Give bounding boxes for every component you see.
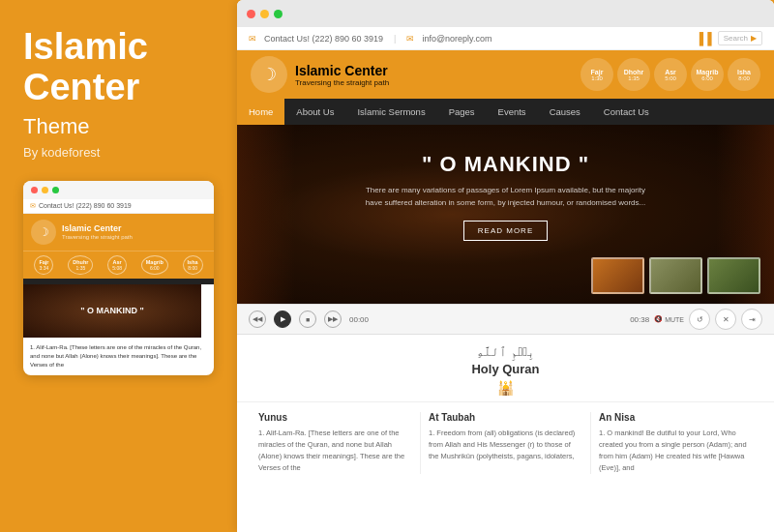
- mobile-hero-title: " O MANKIND ": [80, 306, 144, 315]
- site-name-block: Islamic Center Traversing the straight p…: [295, 63, 389, 87]
- left-subtitle: Theme: [23, 114, 214, 139]
- nav-pages[interactable]: Pages: [437, 99, 487, 125]
- site-top-bar: ✉ Contact Us! (222) 890 60 3919 | ✉ info…: [237, 27, 774, 50]
- col-nisa-text: 1. O mankind! Be dutiful to your Lord, W…: [599, 428, 753, 474]
- pt-asr-time: 5:00: [665, 75, 676, 81]
- player-right-controls: 00:38 🔇 MUTE ↺ ✕ ⇥: [630, 309, 762, 330]
- pt-dhuhr-name: Dhohr: [624, 69, 644, 75]
- mobile-contact-text: Contact Us! (222) 890 60 3919: [39, 202, 132, 209]
- mute-label: MUTE: [665, 316, 684, 323]
- pt-asr-name: Asr: [665, 69, 676, 75]
- pt-asr: Asr 5:00: [654, 58, 687, 91]
- top-bar-email-icon: ✉: [406, 34, 414, 44]
- top-bar-right: ▐▐ Search ▶: [696, 31, 762, 45]
- player-time-end: 00:38: [630, 315, 649, 324]
- dot-yellow: [42, 187, 48, 193]
- hero-thumbnails: [591, 257, 760, 294]
- nav-home[interactable]: Home: [237, 99, 284, 125]
- pt-fajr-name: Fajr: [591, 69, 604, 75]
- player-mute-button[interactable]: 🔇 MUTE: [654, 315, 684, 323]
- pt-isha-name: Isha: [737, 69, 751, 75]
- left-by: By kodeforest: [23, 145, 214, 160]
- mobile-logo: ☽: [31, 220, 56, 245]
- mobile-prayer-magrib: Magrib 6:00: [141, 255, 168, 275]
- pt-dhuhr-time: 1:35: [628, 75, 640, 81]
- hero-text: There are many variations of passages of…: [361, 185, 651, 210]
- site-header: ☽ Islamic Center Traversing the straight…: [237, 50, 774, 99]
- browser-panel: ✉ Contact Us! (222) 890 60 3919 | ✉ info…: [237, 0, 774, 532]
- browser-dot-red[interactable]: [247, 10, 255, 18]
- search-submit-icon[interactable]: ▶: [751, 34, 757, 43]
- mobile-topbar: [23, 181, 214, 199]
- pt-fajr: Fajr 1:30: [580, 58, 613, 91]
- player-next-button[interactable]: ▶▶: [324, 310, 342, 328]
- player-stop-button[interactable]: ■: [299, 310, 316, 328]
- mobile-body-text: 1. Alif-Lam-Ra. [These letters are one o…: [23, 338, 214, 375]
- mobile-hero: " O MANKIND ": [23, 284, 201, 338]
- browser-dot-yellow[interactable]: [260, 10, 269, 18]
- content-columns: Yunus 1. Alif-Lam-Ra. [These letters are…: [237, 402, 774, 484]
- browser-chrome: [237, 0, 774, 27]
- player-prev-button[interactable]: ◀◀: [249, 310, 266, 328]
- col-yunus-text: 1. Alif-Lam-Ra. [These letters are one o…: [258, 428, 412, 474]
- nav-events[interactable]: Events: [487, 99, 538, 125]
- prayer-times-header: Fajr 1:30 Dhohr 1:35 Asr 5:00 Magrib 6:0…: [580, 58, 760, 91]
- pt-fajr-time: 1:30: [591, 75, 603, 81]
- pt-dhuhr: Dhohr 1:35: [617, 58, 650, 91]
- quran-icon: 🕌: [237, 380, 774, 396]
- site-logo-circle: ☽: [251, 56, 287, 93]
- mobile-header: ☽ Islamic Center Traversing the straight…: [23, 214, 214, 251]
- site-tagline: Traversing the straight path: [295, 78, 389, 87]
- content-col-yunus: Yunus 1. Alif-Lam-Ra. [These letters are…: [251, 412, 421, 474]
- thumb-3[interactable]: [707, 257, 760, 294]
- top-bar-sep: |: [394, 34, 396, 44]
- quran-arabic-text: بِسۡمِ ٱللَّهِ: [237, 344, 774, 359]
- mobile-prayer-fajr: Fajr 3:34: [34, 255, 53, 275]
- player-bar: ◀◀ ▶ ■ ▶▶ 00:00 00:38 🔇 MUTE ↺ ✕ ⇥: [237, 304, 774, 335]
- hero-read-more-button[interactable]: READ MORE: [463, 221, 548, 241]
- pt-magrib-name: Magrib: [697, 69, 719, 75]
- mobile-site-tagline: Traversing the straight path: [62, 234, 133, 240]
- thumb-2[interactable]: [649, 257, 702, 294]
- thumb-1[interactable]: [591, 257, 644, 294]
- player-icon-btn-2[interactable]: ✕: [715, 309, 736, 330]
- site-logo-area: ☽ Islamic Center Traversing the straight…: [251, 56, 580, 93]
- mobile-prayer-times: Fajr 3:34 Dhuhr 1:35 Asr 5:08 Magrib 6:0…: [23, 251, 214, 279]
- pt-magrib-time: 6:00: [701, 75, 713, 81]
- nav-about[interactable]: About Us: [284, 99, 345, 125]
- top-bar-email: info@noreply.com: [422, 34, 491, 44]
- site-nav: Home About Us Islamic Sermons Pages Even…: [237, 99, 774, 125]
- nav-causes[interactable]: Causes: [538, 99, 592, 125]
- player-time-start: 00:00: [349, 315, 369, 324]
- pt-isha-time: 8:00: [738, 75, 750, 81]
- player-play-button[interactable]: ▶: [274, 310, 291, 328]
- col-taubah-title: At Taubah: [429, 412, 582, 423]
- dot-red: [31, 187, 38, 193]
- search-box[interactable]: Search ▶: [718, 31, 762, 45]
- hero-title: " O MANKIND ": [295, 152, 716, 177]
- top-bar-envelope-icon: ✉: [249, 34, 256, 44]
- nav-sermons[interactable]: Islamic Sermons: [345, 99, 436, 125]
- mobile-prayer-isha: Isha 8:00: [183, 255, 203, 275]
- left-title: IslamicCenter: [23, 27, 214, 108]
- hero-content: " O MANKIND " There are many variations …: [237, 125, 774, 241]
- pt-isha: Isha 8:00: [728, 58, 760, 91]
- envelope-icon: ✉: [30, 202, 36, 210]
- mobile-menu-icon: ≡: [201, 281, 207, 292]
- nav-contact[interactable]: Contact Us: [592, 99, 661, 125]
- pt-magrib: Magrib 6:00: [691, 58, 724, 91]
- dot-green: [52, 187, 59, 193]
- browser-dot-green[interactable]: [274, 10, 283, 18]
- mobile-prayer-asr: Asr 5:08: [107, 255, 127, 275]
- quran-title: Holy Quran: [237, 362, 774, 376]
- site-name: Islamic Center: [295, 63, 389, 78]
- chart-icon: ▐▐: [696, 32, 712, 45]
- search-placeholder: Search: [724, 34, 748, 43]
- mobile-site-name: Islamic Center: [62, 223, 133, 235]
- player-icon-btn-1[interactable]: ↺: [689, 309, 710, 330]
- mobile-site-info: Islamic Center Traversing the straight p…: [62, 223, 133, 241]
- player-icon-btn-3[interactable]: ⇥: [741, 309, 762, 330]
- mobile-contact-bar: ✉ Contact Us! (222) 890 60 3919: [23, 199, 214, 214]
- mute-icon: 🔇: [654, 315, 663, 323]
- content-col-nisa: An Nisa 1. O mankind! Be dutiful to your…: [591, 412, 760, 474]
